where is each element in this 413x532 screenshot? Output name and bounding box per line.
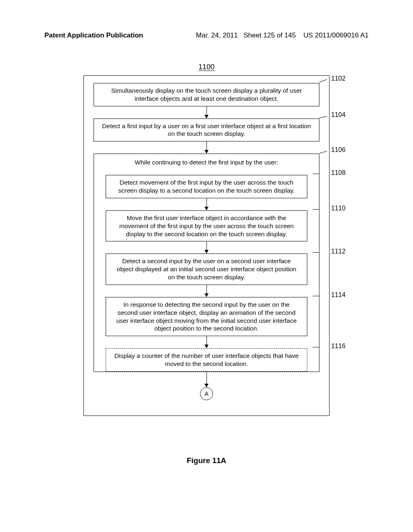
ref-label-1102: 1102 [331,75,346,82]
header-pubno: US 2011/0069016 A1 [303,31,369,39]
ref-label-1106: 1106 [331,146,346,154]
flow-step-1104: Detect a first input by a user on a firs… [94,118,319,142]
flow-step-1108: Detect movement of the first input by th… [106,175,307,198]
header-meta: Mar. 24, 2011 Sheet 125 of 145 US 2011/0… [196,31,369,39]
arrow-down-icon [90,106,323,118]
page-header: Patent Application Publication Mar. 24, … [0,31,413,39]
ref-label-1116: 1116 [331,343,346,350]
figure-number: 1100 [0,63,413,71]
header-publication-type: Patent Application Publication [44,31,143,39]
figure-caption: Figure 11A [0,456,413,465]
ref-label-1108: 1108 [331,169,346,177]
flow-step-1106-header: While continuing to detect the first inp… [101,157,312,175]
arrow-down-icon [101,241,312,254]
flow-step-1106-group: While continuing to detect the first inp… [94,154,319,372]
flow-step-1114: In response to detecting the second inpu… [106,297,307,336]
ref-tick-1108 [313,174,319,174]
ref-tick-1110 [313,209,319,210]
flow-step-1116: Display a counter of the number of user … [106,348,307,372]
arrow-down-icon [101,336,312,348]
header-sheet: Sheet 125 of 145 [244,31,296,39]
patent-page: Patent Application Publication Mar. 24, … [0,0,413,532]
arrow-down-icon [90,141,323,154]
flowchart-container: Simultaneously display on the touch scre… [83,75,330,416]
ref-tick-1102 [319,79,327,83]
ref-label-1114: 1114 [331,291,346,299]
flow-step-1112: Detect a second input by the user on a s… [106,254,307,285]
ref-label-1104: 1104 [331,111,346,118]
header-date: Mar. 24, 2011 [196,31,238,39]
ref-tick-1114 [313,296,319,296]
arrow-down-icon [90,372,323,387]
ref-label-1110: 1110 [331,205,346,212]
flow-step-1102: Simultaneously display on the touch scre… [94,83,319,106]
ref-label-1112: 1112 [331,248,346,255]
flow-connector-a: A [200,387,213,400]
flow-step-1110: Move the first user interface object in … [106,210,307,241]
arrow-down-icon [101,198,312,210]
ref-tick-1112 [313,252,319,253]
ref-tick-1116 [313,347,319,347]
arrow-down-icon [101,285,312,297]
